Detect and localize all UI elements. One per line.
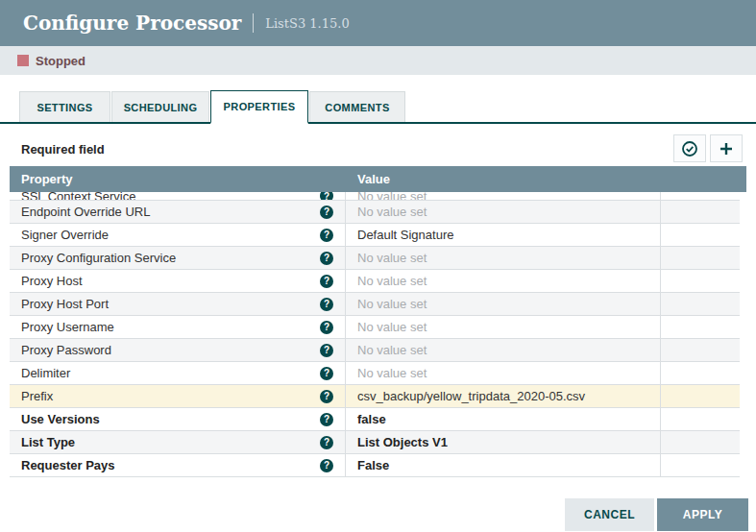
help-icon[interactable]: ?: [320, 192, 333, 201]
help-icon[interactable]: ?: [320, 390, 333, 403]
property-value[interactable]: No value set: [346, 339, 661, 361]
table-row[interactable]: Use Versions ? false: [10, 408, 740, 431]
help-icon[interactable]: ?: [320, 413, 333, 426]
dialog-header: Configure Processor ListS3 1.15.0: [0, 0, 756, 46]
property-cell: Prefix ?: [10, 385, 346, 407]
column-header-property: Property: [10, 172, 346, 186]
property-name: Proxy Password: [21, 343, 111, 357]
property-name: Delimiter: [21, 366, 70, 380]
properties-table-body: SSL Context Service ? No value set Endpo…: [10, 192, 740, 477]
table-row[interactable]: List Type ? List Objects V1: [10, 431, 740, 454]
property-name: Requester Pays: [21, 458, 115, 472]
property-cell: Proxy Host Port ?: [10, 293, 346, 315]
property-name: SSL Context Service: [21, 192, 135, 201]
property-cell: Delimiter ?: [10, 362, 346, 384]
table-row[interactable]: Proxy Username ? No value set: [10, 316, 740, 339]
property-name: Proxy Host Port: [21, 297, 109, 311]
check-circle-icon: [681, 140, 698, 157]
row-extra-cell: [661, 339, 740, 361]
plus-icon: [719, 141, 734, 157]
property-name: Proxy Username: [21, 320, 114, 334]
property-name: Prefix: [21, 389, 53, 403]
row-extra-cell: [661, 201, 740, 223]
row-extra-cell: [661, 293, 740, 315]
table-header: Property Value: [10, 166, 746, 192]
cancel-button[interactable]: CANCEL: [565, 498, 654, 531]
property-cell: Signer Override ?: [10, 224, 346, 246]
table-row[interactable]: Prefix ? csv_backup/yellow_tripdata_2020…: [10, 385, 740, 408]
verify-properties-button[interactable]: [673, 134, 706, 162]
table-row[interactable]: Signer Override ? Default Signature: [10, 224, 740, 247]
property-value[interactable]: No value set: [346, 316, 661, 338]
property-cell: List Type ?: [10, 431, 346, 453]
property-name: Use Versions: [21, 412, 100, 426]
table-row[interactable]: Requester Pays ? False: [10, 454, 740, 477]
table-row[interactable]: Proxy Host Port ? No value set: [10, 293, 740, 316]
tab-comments[interactable]: COMMENTS: [309, 91, 405, 122]
property-value[interactable]: List Objects V1: [346, 431, 661, 453]
property-cell: Proxy Configuration Service ?: [10, 247, 346, 269]
footer-buttons: CANCEL APPLY: [565, 498, 748, 531]
property-value[interactable]: No value set: [346, 201, 661, 223]
property-name: Signer Override: [21, 228, 109, 242]
property-value[interactable]: csv_backup/yellow_tripdata_2020-05.csv: [346, 385, 661, 407]
help-icon[interactable]: ?: [320, 344, 333, 357]
table-row[interactable]: Proxy Password ? No value set: [10, 339, 740, 362]
help-icon[interactable]: ?: [320, 206, 333, 219]
add-property-button[interactable]: [710, 134, 743, 162]
tab-label: COMMENTS: [325, 102, 389, 113]
property-cell: Endpoint Override URL ?: [10, 201, 346, 223]
help-icon[interactable]: ?: [320, 321, 333, 334]
tab-label: PROPERTIES: [224, 101, 296, 112]
property-value[interactable]: No value set: [346, 192, 661, 200]
table-row[interactable]: SSL Context Service ? No value set: [10, 192, 740, 201]
tab-properties[interactable]: PROPERTIES: [210, 90, 308, 124]
table-row[interactable]: Delimiter ? No value set: [10, 362, 740, 385]
status-bar: Stopped: [0, 46, 756, 75]
property-value[interactable]: No value set: [346, 362, 661, 384]
property-name: Endpoint Override URL: [21, 205, 150, 219]
row-extra-cell: [661, 385, 740, 407]
property-name: List Type: [21, 435, 75, 449]
title-divider: [253, 13, 254, 33]
property-value[interactable]: false: [346, 408, 661, 430]
property-cell: Use Versions ?: [10, 408, 346, 430]
tab-scheduling[interactable]: SCHEDULING: [111, 91, 209, 122]
property-name: Proxy Configuration Service: [21, 251, 176, 265]
property-value[interactable]: No value set: [346, 293, 661, 315]
row-extra-cell: [661, 192, 740, 200]
property-cell: Requester Pays ?: [10, 454, 346, 476]
row-extra-cell: [661, 408, 740, 430]
table-row[interactable]: Proxy Configuration Service ? No value s…: [10, 247, 740, 270]
help-icon[interactable]: ?: [320, 367, 333, 380]
apply-button[interactable]: APPLY: [657, 498, 748, 531]
stopped-state-icon: [17, 55, 29, 66]
tab-settings[interactable]: SETTINGS: [19, 91, 110, 122]
property-value[interactable]: False: [346, 454, 661, 476]
row-extra-cell: [661, 454, 740, 476]
status-label: Stopped: [36, 54, 85, 68]
row-extra-cell: [661, 270, 740, 292]
property-value[interactable]: No value set: [346, 270, 661, 292]
properties-table: Property Value SSL Context Service ? No …: [10, 166, 746, 477]
help-icon[interactable]: ?: [320, 459, 333, 472]
configure-processor-dialog: Configure Processor ListS3 1.15.0 Stoppe…: [0, 0, 756, 532]
property-value[interactable]: Default Signature: [346, 224, 661, 246]
dialog-title: Configure Processor: [23, 12, 241, 35]
help-icon[interactable]: ?: [320, 436, 333, 449]
table-row[interactable]: Proxy Host ? No value set: [10, 270, 740, 293]
row-extra-cell: [661, 431, 740, 453]
help-icon[interactable]: ?: [320, 252, 333, 265]
help-icon[interactable]: ?: [320, 275, 333, 288]
property-value[interactable]: No value set: [346, 247, 661, 269]
row-extra-cell: [661, 316, 740, 338]
property-cell: Proxy Username ?: [10, 316, 346, 338]
table-row[interactable]: Endpoint Override URL ? No value set: [10, 201, 740, 224]
tab-label: SCHEDULING: [124, 102, 198, 113]
help-icon[interactable]: ?: [320, 229, 333, 242]
row-extra-cell: [661, 224, 740, 246]
required-field-note: Required field: [21, 142, 105, 157]
help-icon[interactable]: ?: [320, 298, 333, 311]
property-cell: SSL Context Service ?: [10, 192, 346, 200]
tab-label: SETTINGS: [37, 102, 92, 113]
